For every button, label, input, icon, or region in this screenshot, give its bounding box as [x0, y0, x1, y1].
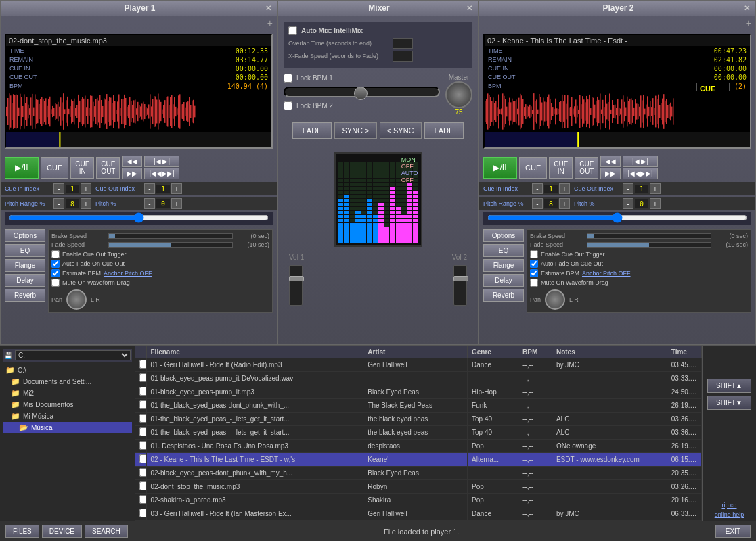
player1-pitch-minus[interactable]: -: [144, 198, 155, 209]
player2-enable-cue-checkbox[interactable]: [530, 250, 538, 258]
player1-pitch-plus[interactable]: +: [171, 198, 182, 209]
fade1-button[interactable]: FADE: [292, 122, 332, 139]
player1-anchor-pitch-link[interactable]: Anchor Pitch OFF: [104, 270, 152, 277]
automix-checkbox[interactable]: [288, 26, 297, 35]
player1-pitch-range-plus[interactable]: +: [81, 198, 91, 209]
folder-item-musica[interactable]: 📂 Música: [3, 422, 132, 433]
player1-enable-cue-checkbox[interactable]: [51, 250, 60, 258]
file-row-4[interactable]: 01-the_black_eyed_peas_-_lets_get_it_sta…: [135, 413, 702, 426]
vol1-thumb[interactable]: [289, 276, 304, 281]
player1-close-button[interactable]: ✕: [263, 4, 274, 13]
player2-cuein-idx-plus[interactable]: +: [559, 183, 570, 194]
player2-reverb-button[interactable]: Reverb: [483, 289, 524, 302]
shift-up-button[interactable]: SHIFT▲: [707, 379, 751, 393]
files-button[interactable]: FILES: [5, 525, 39, 538]
player1-options-button[interactable]: Options: [5, 229, 45, 242]
rip-cd-link[interactable]: rip cd: [721, 502, 736, 509]
file-row-11[interactable]: 03 - Geri Halliwell - Ride It (Ian Maste…: [135, 507, 702, 521]
xfade-input[interactable]: 5: [393, 51, 413, 62]
file-checkbox-1[interactable]: [139, 373, 146, 382]
player2-cueout-idx-plus[interactable]: +: [650, 183, 661, 194]
lock-bpm2-checkbox[interactable]: [284, 101, 292, 110]
file-checkbox-10[interactable]: [139, 495, 146, 504]
col-bpm-header[interactable]: BPM: [518, 346, 552, 358]
player2-frame-fwd-button[interactable]: |◀◀▶▶|: [623, 168, 657, 179]
player1-delay-button[interactable]: Delay: [5, 274, 45, 287]
player2-options-button[interactable]: Options: [483, 229, 524, 242]
player2-pitch-range-minus[interactable]: -: [532, 198, 543, 209]
folder-item-mis-docs[interactable]: 📁 Mis Documentos: [3, 399, 132, 410]
player1-cueout-idx-plus[interactable]: +: [171, 183, 182, 194]
player2-rew-button[interactable]: ◀◀: [600, 156, 621, 167]
file-checkbox-7[interactable]: [139, 454, 146, 463]
col-genre-header[interactable]: Genre: [468, 346, 518, 358]
player1-pan-knob[interactable]: [66, 289, 87, 310]
player1-eq-button[interactable]: EQ: [5, 244, 45, 257]
overlap-input[interactable]: 5: [393, 38, 413, 49]
lock-bpm1-checkbox[interactable]: [284, 74, 292, 83]
player2-close-button[interactable]: ✕: [741, 4, 753, 13]
player1-cueout-idx-minus[interactable]: -: [144, 183, 155, 194]
player1-estimate-bpm-checkbox[interactable]: [51, 269, 60, 277]
folder-item-mi-musica[interactable]: 📁 Mi Música: [3, 410, 132, 422]
sync-bwd-button[interactable]: < SYNC: [380, 122, 422, 139]
player2-cueout-idx-minus[interactable]: -: [623, 183, 633, 194]
file-checkbox-5[interactable]: [139, 427, 146, 436]
file-checkbox-6[interactable]: [139, 441, 146, 450]
player1-plus-button[interactable]: +: [267, 18, 273, 28]
player1-flange-button[interactable]: Flange: [5, 259, 45, 272]
folder-item-mi2[interactable]: 📁 Mi2: [3, 387, 132, 399]
player2-auto-fade-checkbox[interactable]: [530, 260, 538, 268]
player2-pitch-slider[interactable]: [487, 214, 747, 222]
vol2-thumb[interactable]: [453, 276, 468, 281]
fade2-button[interactable]: FADE: [424, 122, 464, 139]
player1-cuein-idx-plus[interactable]: +: [81, 183, 91, 194]
file-row-5[interactable]: 01-the_black_eyed_peas_-_lets_get_it_sta…: [135, 426, 702, 440]
player2-mute-checkbox[interactable]: [530, 279, 538, 287]
file-row-8[interactable]: 02-black_eyed_peas-dont_phunk_with_my_h.…: [135, 467, 702, 480]
mixer-close-button[interactable]: ✕: [464, 4, 475, 13]
file-row-6[interactable]: 01. Despistaos - Una Rosa Es Una Rosa.mp…: [135, 440, 702, 453]
player2-plus-button[interactable]: +: [746, 18, 751, 28]
file-row-2[interactable]: 01-black_eyed_peas-pump_it.mp3 Black Eye…: [135, 385, 702, 399]
player2-frame-back-button[interactable]: |◀ ▶|: [623, 156, 657, 167]
player2-cueout-button[interactable]: CUEOUT: [575, 157, 598, 179]
file-row-10[interactable]: 02-shakira-la_pared.mp3 Shakira Pop --,-…: [135, 494, 702, 507]
player1-cuein-idx-minus[interactable]: -: [53, 183, 64, 194]
player2-pan-knob[interactable]: [545, 289, 565, 310]
file-checkbox-0[interactable]: [139, 360, 146, 369]
player2-delay-button[interactable]: Delay: [483, 274, 524, 287]
file-row-3[interactable]: 01-the_black_eyed_peas-dont_phunk_with_.…: [135, 399, 702, 413]
shift-down-button[interactable]: SHIFT▼: [707, 396, 751, 410]
search-button[interactable]: SEARCH: [85, 525, 128, 538]
player1-frame-back-button[interactable]: |◀ ▶|: [144, 156, 179, 167]
player1-cueout-button[interactable]: CUEOUT: [96, 157, 120, 179]
file-row-0[interactable]: 01 - Geri Halliwell - Ride It (Radio Edi…: [135, 358, 702, 372]
player1-fwd-button[interactable]: ▶▶: [122, 168, 142, 179]
player2-cuein-button[interactable]: CUEIN: [549, 157, 573, 179]
file-checkbox-11[interactable]: [139, 509, 146, 517]
player1-mute-checkbox[interactable]: [51, 279, 60, 287]
online-help-link[interactable]: online help: [715, 511, 744, 518]
file-row-9[interactable]: 02-dont_stop_the_music.mp3 Robyn Pop --,…: [135, 480, 702, 494]
player1-frame-fwd-button[interactable]: |◀◀▶▶|: [144, 168, 179, 179]
file-checkbox-8[interactable]: [139, 468, 146, 477]
file-checkbox-2[interactable]: [139, 387, 146, 396]
col-notes-header[interactable]: Notes: [552, 346, 667, 358]
folder-item-documents[interactable]: 📁 Documents and Setti...: [3, 376, 132, 387]
player1-cue-button[interactable]: CUE: [41, 157, 68, 179]
col-artist-header[interactable]: Artist: [363, 346, 468, 358]
col-time-header[interactable]: Time: [667, 346, 701, 358]
sync-fwd-button[interactable]: SYNC >: [334, 122, 376, 139]
player1-pitch-slider[interactable]: [9, 214, 269, 222]
player2-anchor-pitch-link[interactable]: Anchor Pitch OFF: [582, 270, 631, 277]
player2-cue-button[interactable]: CUE: [519, 157, 547, 179]
file-checkbox-3[interactable]: [139, 400, 146, 409]
player2-pitch-range-plus[interactable]: +: [559, 198, 570, 209]
player2-pitch-minus[interactable]: -: [623, 198, 633, 209]
player1-cuein-button[interactable]: CUEIN: [70, 157, 94, 179]
device-button[interactable]: DEVICE: [42, 525, 82, 538]
crossfader-thumb[interactable]: [354, 87, 368, 100]
player1-rew-button[interactable]: ◀◀: [122, 156, 142, 167]
player1-play-button[interactable]: ▶/II: [5, 157, 39, 179]
